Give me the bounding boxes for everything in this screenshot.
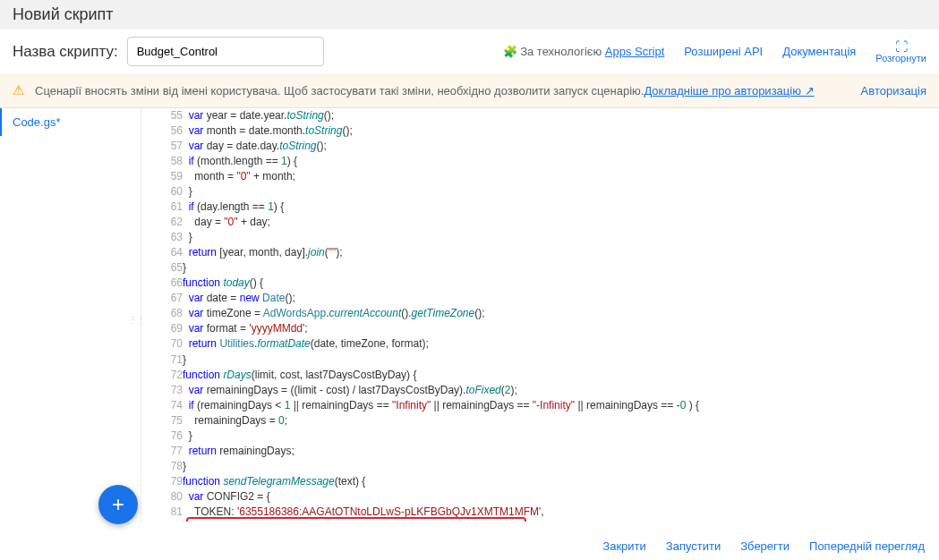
- code-editor[interactable]: 55 var year = date.year.toString();56 va…: [141, 108, 939, 522]
- main-area: Code.gs* ⋮⋮ 55 var year = date.year.toSt…: [0, 108, 939, 522]
- documentation-link[interactable]: Документація: [782, 45, 856, 58]
- add-button[interactable]: +: [98, 485, 138, 522]
- file-item[interactable]: Code.gs*: [0, 108, 141, 136]
- warning-icon: ⚠: [13, 82, 24, 98]
- code-table: 55 var year = date.year.toString();56 va…: [141, 108, 798, 522]
- authorize-button[interactable]: Авторизація: [861, 84, 926, 98]
- header-bar: Назва скрипту: 🧩 За технологією Apps Scr…: [0, 30, 939, 73]
- auth-more-link[interactable]: Докладніше про авторизацію ↗: [644, 84, 814, 98]
- apps-script-link[interactable]: Apps Script: [605, 45, 664, 58]
- warning-bar: ⚠ Сценарії вносять зміни від імені корис…: [0, 73, 939, 108]
- script-name-label: Назва скрипту:: [13, 43, 118, 61]
- script-name-input[interactable]: [127, 37, 324, 66]
- advanced-api-link[interactable]: Розширені API: [684, 45, 763, 58]
- page-title: Новий скрипт: [0, 0, 939, 30]
- expand-button[interactable]: ⛶ Розгорнути: [875, 40, 926, 64]
- warning-text: Сценарії вносять зміни від імені користу…: [35, 84, 644, 98]
- technology-label: 🧩 За технологією Apps Script: [503, 45, 665, 58]
- sidebar: Code.gs* ⋮⋮: [0, 108, 141, 522]
- expand-icon: ⛶: [895, 40, 908, 53]
- header-links: 🧩 За технологією Apps Script Розширені A…: [503, 40, 927, 64]
